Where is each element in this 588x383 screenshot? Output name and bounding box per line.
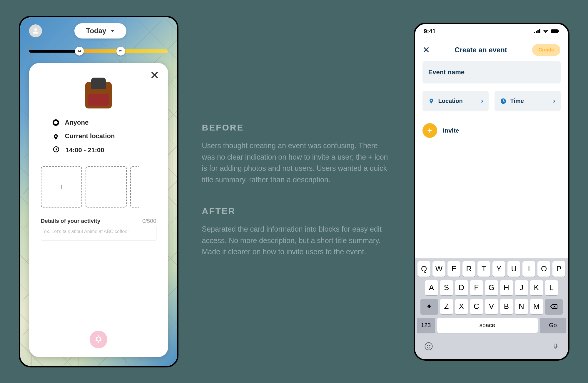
svg-rect-2 (534, 32, 535, 33)
key-y[interactable]: Y (492, 261, 505, 277)
invite-row[interactable]: + Invite (422, 120, 561, 141)
svg-rect-6 (551, 29, 558, 33)
key-r[interactable]: R (462, 261, 475, 277)
svg-point-9 (425, 342, 432, 350)
create-button[interactable]: Create (532, 44, 561, 56)
key-q[interactable]: Q (417, 261, 430, 277)
key-w[interactable]: W (432, 261, 445, 277)
time-row[interactable]: 14:00 - 21:00 (53, 143, 145, 158)
before-body: Users thought creating an event was conf… (202, 140, 390, 185)
chevron-right-icon: › (553, 97, 555, 105)
character-avatar (85, 82, 112, 108)
svg-rect-5 (539, 29, 540, 33)
before-heading: BEFORE (202, 123, 390, 133)
key-l[interactable]: L (545, 280, 558, 295)
key-o[interactable]: O (537, 261, 550, 277)
wifi-icon (543, 28, 549, 35)
key-i[interactable]: I (522, 261, 535, 277)
after-heading: AFTER (202, 206, 390, 216)
invite-plus-icon: + (422, 123, 437, 138)
page-title: Create an event (455, 46, 507, 54)
clock-icon (53, 146, 60, 155)
key-d[interactable]: D (455, 280, 468, 295)
after-phone-mockup: 9:41 ✕ Create an event Create Event name (414, 23, 569, 361)
key-j[interactable]: J (515, 280, 528, 295)
submit-fab[interactable] (90, 331, 107, 348)
pin-icon (53, 133, 59, 139)
signal-icon (534, 28, 540, 35)
key-p[interactable]: P (552, 261, 565, 277)
character-count: 0/500 (142, 218, 156, 224)
svg-point-10 (427, 345, 428, 346)
clock-icon (500, 98, 507, 105)
location-row[interactable]: Current location (53, 129, 145, 143)
key-u[interactable]: U (507, 261, 520, 277)
key-n[interactable]: N (515, 299, 528, 314)
key-x[interactable]: X (455, 299, 468, 314)
key-m[interactable]: M (530, 299, 543, 314)
key-k[interactable]: K (530, 280, 543, 295)
key-v[interactable]: V (485, 299, 498, 314)
date-selector[interactable]: Today (74, 23, 127, 39)
shift-key[interactable] (420, 299, 438, 314)
caret-down-icon (111, 30, 115, 32)
key-z[interactable]: Z (440, 299, 453, 314)
svg-rect-4 (537, 30, 539, 33)
slider-end-handle[interactable]: 21 (116, 47, 125, 56)
time-block[interactable]: Time › (495, 91, 561, 111)
key-h[interactable]: H (500, 280, 513, 295)
close-button[interactable]: ✕ (150, 69, 159, 82)
key-a[interactable]: A (425, 280, 438, 295)
key-e[interactable]: E (447, 261, 460, 277)
details-label: Details of your activity (41, 218, 101, 224)
today-label: Today (86, 27, 106, 35)
svg-point-11 (429, 345, 430, 346)
numbers-key[interactable]: 123 (417, 318, 435, 333)
location-pin-icon (428, 98, 435, 105)
key-f[interactable]: F (470, 280, 483, 295)
radio-icon (53, 119, 59, 126)
user-avatar-icon[interactable] (29, 24, 42, 37)
svg-rect-12 (555, 344, 557, 347)
svg-rect-7 (558, 30, 559, 32)
visibility-row[interactable]: Anyone (53, 116, 145, 129)
photo-placeholder[interactable] (130, 166, 139, 208)
backspace-key[interactable] (545, 299, 563, 314)
battery-icon (551, 28, 559, 35)
create-event-card: ✕ Anyone Current location 14:00 - 21:00 (29, 63, 168, 357)
time-range-slider[interactable]: 14 21 (29, 50, 168, 56)
comparison-copy: BEFORE Users thought creating an event w… (202, 105, 390, 278)
close-button[interactable]: ✕ (422, 45, 430, 55)
key-t[interactable]: T (477, 261, 490, 277)
keyboard: QWERTYUIOP ASDFGHJKL ZXCVBNM 123 space G… (415, 258, 568, 359)
go-key[interactable]: Go (540, 318, 566, 333)
location-block[interactable]: Location › (422, 91, 489, 111)
svg-point-0 (34, 28, 37, 31)
status-time: 9:41 (424, 28, 436, 35)
photo-placeholder[interactable] (86, 166, 127, 208)
chevron-right-icon: › (481, 97, 483, 105)
details-textarea[interactable]: ex. Let's talk about Anime at ABC coffee… (41, 226, 156, 240)
after-body: Separated the card information into bloc… (202, 223, 390, 257)
key-c[interactable]: C (470, 299, 483, 314)
mic-icon[interactable] (552, 342, 559, 352)
before-phone-mockup: Today 14 21 ✕ Anyone Current location (19, 16, 178, 367)
add-photo-button[interactable]: + (41, 166, 82, 208)
key-b[interactable]: B (500, 299, 513, 314)
event-name-input[interactable]: Event name (422, 61, 561, 83)
key-g[interactable]: G (485, 280, 498, 295)
status-bar: 9:41 (415, 24, 568, 39)
slider-start-handle[interactable]: 14 (75, 47, 84, 56)
space-key[interactable]: space (437, 318, 538, 333)
emoji-icon[interactable] (424, 342, 433, 352)
plus-icon: + (59, 182, 64, 192)
svg-rect-3 (536, 31, 537, 33)
key-s[interactable]: S (440, 280, 453, 295)
